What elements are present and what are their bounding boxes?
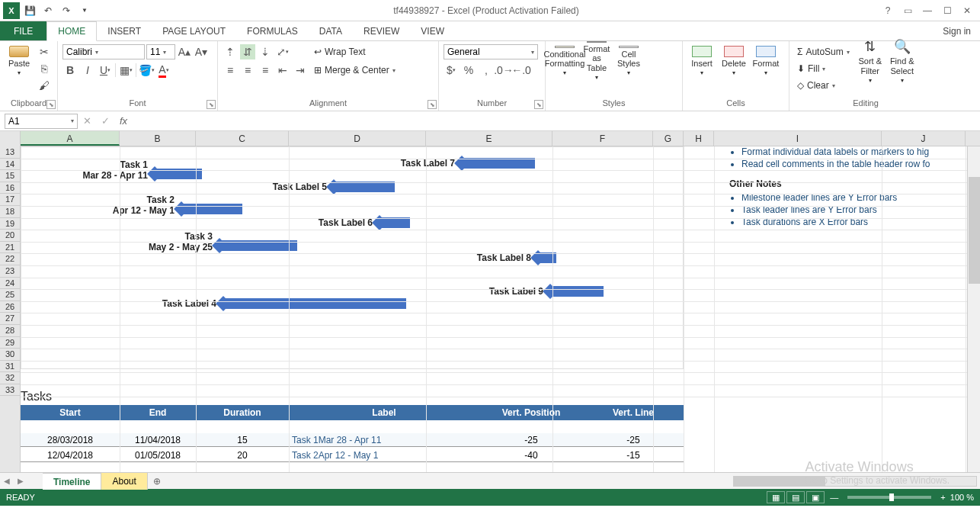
font-name-combo[interactable]: Calibri▾ [62, 44, 145, 59]
redo-icon[interactable]: ↷ [58, 2, 75, 19]
help-icon[interactable]: ? [879, 3, 896, 18]
borders-icon[interactable]: ▦▾ [118, 63, 133, 78]
row-header[interactable]: 25 [0, 289, 20, 301]
qat-customize-icon[interactable]: ▼ [76, 2, 93, 19]
column-header[interactable]: G [653, 131, 684, 146]
zoom-slider[interactable] [847, 496, 931, 499]
tab-data[interactable]: DATA [309, 21, 353, 40]
fill-color-icon[interactable]: 🪣▾ [139, 63, 154, 78]
indent-decrease-icon[interactable]: ⇤ [275, 63, 290, 78]
delete-cells-button[interactable]: Delete▾ [719, 44, 748, 78]
font-launcher-icon[interactable]: ⬊ [207, 100, 216, 109]
alignment-launcher-icon[interactable]: ⬊ [428, 100, 437, 109]
gantt-bar[interactable] [380, 217, 410, 228]
worksheet-grid[interactable]: 1314151617181920212223242526272829303132… [0, 131, 980, 472]
save-icon[interactable]: 💾 [21, 2, 38, 19]
decrease-decimal-icon[interactable]: ←.0 [514, 63, 529, 78]
zoom-out-icon[interactable]: — [830, 493, 838, 502]
column-header[interactable]: B [120, 131, 196, 146]
autosum-button[interactable]: Σ AutoSum▾ [794, 44, 853, 59]
tab-file[interactable]: FILE [0, 21, 46, 40]
row-header[interactable]: 18 [0, 206, 20, 218]
fill-button[interactable]: ⬇ Fill▾ [794, 61, 853, 76]
format-cells-button[interactable]: Format▾ [751, 44, 780, 78]
gantt-bar[interactable] [550, 286, 604, 297]
undo-icon[interactable]: ↶ [40, 2, 56, 19]
merge-center-button[interactable]: ⊞ Merge & Center▾ [311, 63, 399, 78]
underline-icon[interactable]: U▾ [98, 63, 113, 78]
formula-input[interactable] [133, 114, 980, 129]
minimize-icon[interactable]: — [919, 3, 936, 18]
cells-area[interactable]: Task 1Mar 28 - Apr 11Task 2Apr 12 - May … [21, 146, 967, 472]
ribbon-display-icon[interactable]: ▭ [899, 3, 916, 18]
sort-filter-button[interactable]: ⇅Sort & Filter▾ [856, 44, 885, 78]
tab-formulas[interactable]: FORMULAS [236, 21, 309, 40]
view-normal-icon[interactable]: ▦ [767, 491, 785, 503]
tab-review[interactable]: REVIEW [353, 21, 410, 40]
insert-cells-button[interactable]: Insert▾ [687, 44, 716, 78]
fx-icon[interactable]: fx [114, 114, 133, 129]
row-header[interactable]: 26 [0, 301, 20, 313]
column-header[interactable]: C [196, 131, 289, 146]
column-header[interactable]: I [714, 131, 882, 146]
align-center-icon[interactable]: ≡ [240, 63, 255, 78]
view-page-break-icon[interactable]: ▣ [806, 491, 825, 503]
tab-pagelayout[interactable]: PAGE LAYOUT [152, 21, 236, 40]
row-header[interactable]: 31 [0, 361, 20, 373]
row-header[interactable]: 29 [0, 337, 20, 349]
increase-decimal-icon[interactable]: .0→ [496, 63, 511, 78]
format-as-table-button[interactable]: Format as Table▾ [582, 44, 611, 78]
grow-font-icon[interactable]: A▴ [177, 44, 192, 59]
row-header[interactable]: 13 [0, 146, 20, 159]
view-page-layout-icon[interactable]: ▤ [786, 491, 805, 503]
maximize-icon[interactable]: ☐ [939, 3, 956, 18]
percent-icon[interactable]: % [461, 63, 476, 78]
conditional-formatting-button[interactable]: Conditional Formatting▾ [550, 44, 579, 78]
name-box[interactable]: A1▾ [5, 114, 78, 129]
paste-button[interactable]: Paste ▾ [5, 44, 34, 78]
shrink-font-icon[interactable]: A▾ [194, 44, 209, 59]
align-middle-icon[interactable]: ⇵ [240, 44, 255, 59]
row-header[interactable]: 20 [0, 230, 20, 242]
align-left-icon[interactable]: ≡ [223, 63, 238, 78]
find-select-button[interactable]: 🔍Find & Select▾ [888, 44, 917, 78]
column-headers[interactable]: ABCDEFGHIJ [21, 131, 980, 146]
font-color-icon[interactable]: A▾ [156, 63, 171, 78]
number-launcher-icon[interactable]: ⬊ [534, 100, 543, 109]
tab-view[interactable]: VIEW [410, 21, 455, 40]
row-header[interactable]: 19 [0, 218, 20, 230]
vertical-scrollbar[interactable] [967, 146, 980, 472]
row-header[interactable]: 16 [0, 182, 20, 194]
align-bottom-icon[interactable]: ⇣ [258, 44, 273, 59]
gantt-bar[interactable] [462, 158, 535, 169]
align-right-icon[interactable]: ≡ [258, 63, 273, 78]
enter-formula-icon[interactable]: ✓ [96, 114, 114, 129]
number-format-combo[interactable]: General▾ [444, 44, 538, 59]
gantt-bar[interactable] [223, 298, 406, 309]
column-header[interactable]: A [21, 131, 120, 146]
comma-icon[interactable]: , [479, 63, 494, 78]
row-header[interactable]: 15 [0, 170, 20, 182]
row-header[interactable]: 14 [0, 159, 20, 171]
tab-home[interactable]: HOME [46, 21, 97, 41]
close-icon[interactable]: ✕ [959, 3, 975, 18]
signin-link[interactable]: Sign in [934, 21, 980, 40]
align-top-icon[interactable]: ⇡ [223, 44, 238, 59]
row-header[interactable]: 17 [0, 194, 20, 206]
row-headers[interactable]: 1314151617181920212223242526272829303132… [0, 131, 21, 472]
cut-icon[interactable]: ✂ [37, 44, 52, 59]
horizontal-scrollbar[interactable] [166, 476, 980, 487]
row-header[interactable]: 22 [0, 253, 20, 265]
row-header[interactable]: 27 [0, 313, 20, 325]
column-header[interactable]: F [552, 131, 653, 146]
zoom-in-icon[interactable]: + [940, 493, 945, 502]
column-header[interactable]: H [684, 131, 714, 146]
sheet-nav-first-icon[interactable]: ◀ [0, 477, 14, 485]
column-header[interactable]: D [289, 131, 426, 146]
column-header[interactable]: E [426, 131, 552, 146]
wrap-text-button[interactable]: ↩ Wrap Text [311, 44, 399, 59]
font-size-combo[interactable]: 11▾ [146, 44, 175, 59]
sheet-nav-prev-icon[interactable]: ▶ [14, 477, 27, 485]
row-header[interactable]: 24 [0, 278, 20, 290]
copy-icon[interactable]: ⎘ [37, 61, 52, 76]
